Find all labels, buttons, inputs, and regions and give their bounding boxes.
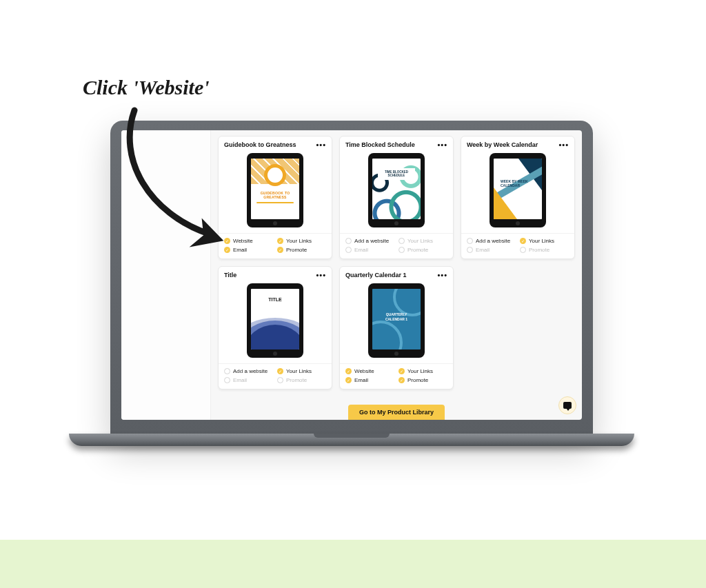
more-icon[interactable]: ••• [437,141,447,149]
action-your-links[interactable]: Your Links [277,368,326,374]
more-icon[interactable]: ••• [316,271,326,279]
action-promote: Promote [277,377,326,383]
action-add-website[interactable]: Add a website [224,368,273,374]
action-add-website[interactable]: Add a website [467,238,516,244]
action-add-website[interactable]: Add a website [345,238,394,244]
main-content: Guidebook to Greatness ••• GUIDEBOOK TO … [211,130,582,420]
action-promote[interactable]: Promote [277,247,326,253]
check-icon [277,238,283,244]
product-card: Quarterly Calendar 1 ••• QUARTERLY CALEN… [339,266,454,389]
chat-icon [563,402,572,409]
action-promote: Promote [399,247,447,253]
product-grid: Guidebook to Greatness ••• GUIDEBOOK TO … [218,136,575,389]
action-website[interactable]: Website [345,368,394,374]
more-icon[interactable]: ••• [316,141,326,149]
cover-label: TITLE [251,297,299,302]
action-email[interactable]: Email [345,377,394,383]
action-email: Email [467,247,516,253]
check-icon [520,238,526,244]
circle-icon [224,368,230,374]
circle-icon [467,247,473,253]
card-thumbnail[interactable]: TIME BLOCKED SCHEDULE [340,150,453,233]
laptop-base [69,434,634,446]
background-strip [0,540,706,588]
circle-icon [224,377,230,383]
circle-icon [467,238,473,244]
check-icon [399,377,405,383]
check-icon [399,368,405,374]
circle-icon [345,238,352,244]
circle-icon [399,247,405,253]
go-to-library-button[interactable]: Go to My Product Library [348,405,445,420]
card-thumbnail[interactable]: QUARTERLY CALENDAR 1 [340,281,453,363]
check-icon [345,368,352,374]
check-icon [277,247,283,253]
action-your-links[interactable]: Your Links [520,238,569,244]
card-title: Time Blocked Schedule [345,141,415,148]
circle-icon [520,247,526,253]
card-title: Quarterly Calendar 1 [345,272,407,278]
circle-icon [345,247,352,253]
check-icon [277,368,283,374]
annotation-arrow-icon [121,103,238,258]
action-promote[interactable]: Promote [399,377,447,383]
card-thumbnail[interactable]: TITLE [219,281,332,363]
product-card: Title ••• TITLE Add a website [218,266,332,389]
check-icon [345,377,352,383]
cover-label: WEEK BY WEEK CALENDAR [501,179,535,187]
cover-label: GUIDEBOOK TO GREATNESS [251,191,299,199]
more-icon[interactable]: ••• [437,271,447,279]
circle-icon [399,238,405,244]
action-promote: Promote [520,247,569,253]
action-your-links[interactable]: Your Links [277,238,326,244]
help-chat-button[interactable] [558,396,576,414]
action-email: Email [224,377,273,383]
annotation-text: Click 'Website' [83,76,210,99]
action-your-links: Your Links [399,238,447,244]
cover-label: QUARTERLY CALENDAR 1 [376,312,416,321]
product-card: Time Blocked Schedule ••• TIME BLOCKED S… [339,136,454,259]
circle-icon [277,377,283,383]
action-email: Email [345,247,394,253]
more-icon[interactable]: ••• [558,141,569,149]
card-thumbnail[interactable]: WEEK BY WEEK CALENDAR [461,150,574,233]
card-title: Title [224,272,236,278]
cover-label: TIME BLOCKED SCHEDULE [378,168,415,180]
product-card: Week by Week Calendar ••• WEEK BY WEEK C… [461,136,575,259]
card-title: Week by Week Calendar [467,141,538,148]
action-your-links[interactable]: Your Links [399,368,447,374]
